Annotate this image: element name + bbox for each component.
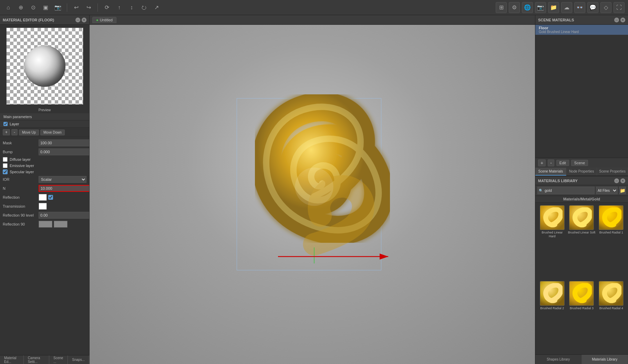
move-up-button[interactable]: Move Up	[19, 129, 39, 135]
scene-mat-header-btns: ─ ✕	[614, 18, 625, 22]
library-bottom-tabs: Shapes Library Materials Library	[535, 354, 628, 364]
viewport-tab[interactable]: ● Untitled	[92, 17, 116, 23]
add-layer-button[interactable]: +	[3, 129, 10, 135]
search-wrapper: 🔍	[537, 187, 595, 194]
emissive-row: Emissive layer	[0, 163, 89, 169]
mat-lib-minimize[interactable]: ─	[614, 178, 619, 183]
layer-checkbox[interactable]	[3, 122, 8, 126]
edit-button[interactable]: Edit	[556, 160, 569, 166]
target-icon[interactable]: ⊙	[28, 3, 38, 12]
layer-item: Layer	[0, 121, 89, 128]
scene-materials-tab[interactable]: Scene Materials	[535, 168, 566, 176]
refl90-color-button[interactable]	[39, 221, 52, 228]
diffuse-checkbox[interactable]	[3, 157, 8, 162]
transform-icon[interactable]: ⟳	[102, 3, 112, 12]
viewport-canvas[interactable]	[90, 25, 535, 364]
redo-icon[interactable]: ↪	[84, 3, 93, 12]
globe-icon[interactable]: 🌐	[522, 2, 533, 13]
filter-select[interactable]: All Files	[596, 187, 618, 194]
cloud-icon[interactable]: ☁	[561, 2, 572, 13]
mat-item-brushed-linear-hard[interactable]: Brushed Linear Hard	[538, 205, 566, 280]
mat-thumb-5	[569, 281, 594, 306]
folder-icon[interactable]: 📁	[548, 2, 559, 13]
mat-search-row: 🔍 All Files 📁	[535, 185, 628, 196]
bump-spinner: ▲ ▼	[39, 148, 89, 155]
panel-header-buttons: ─ ✕	[75, 18, 86, 22]
ior-select[interactable]: Scalar RGB	[39, 176, 86, 183]
mask-label: Mask	[3, 141, 37, 145]
select-icon[interactable]: ⊕	[16, 3, 25, 12]
preview-sphere	[24, 45, 65, 87]
bump-label: Bump	[3, 150, 37, 154]
refl90-color-button2[interactable]	[54, 221, 68, 228]
remove-scene-mat-button[interactable]: -	[548, 159, 554, 166]
specular-label: Specular layer	[10, 170, 34, 174]
reflection-color-button[interactable]	[39, 194, 47, 201]
materials-library-header: MATERIALS LIBRARY ─ ✕	[535, 176, 628, 185]
refl90-level-row: Reflection 90 level ▲ ▼	[0, 211, 89, 220]
mat-thumb-6	[599, 281, 624, 306]
transmission-color-button[interactable]	[39, 203, 47, 210]
display-icon[interactable]: ▣	[41, 3, 50, 12]
filter-button[interactable]: 📁	[619, 187, 626, 194]
reflection-checkbox[interactable]	[48, 195, 53, 200]
scene-tab[interactable]: Scene ...	[49, 355, 68, 364]
mat-thumb-4	[540, 281, 565, 306]
n-input[interactable]	[39, 185, 89, 192]
mat-name-2: Brushed Linear Soft	[568, 231, 596, 235]
material-editor-tab[interactable]: Material Ed...	[0, 355, 24, 364]
scene-material-floor[interactable]: Floor Gold Brushed Linear Hard	[535, 25, 628, 35]
remove-layer-button[interactable]: -	[11, 129, 18, 135]
mat-lib-close[interactable]: ✕	[620, 178, 625, 183]
mat-item-brushed-radial-2[interactable]: Brushed Radial 2	[538, 281, 566, 352]
vr-icon[interactable]: 👓	[574, 2, 585, 13]
settings-icon[interactable]: ⚙	[509, 2, 520, 13]
main-parameters-section: Main parameters	[0, 113, 89, 121]
move-down-button[interactable]: Move Down	[40, 129, 65, 135]
shapes-library-tab[interactable]: Shapes Library	[535, 355, 582, 364]
emissive-checkbox[interactable]	[3, 163, 8, 168]
minimize-button[interactable]: ─	[75, 18, 80, 22]
camera-icon[interactable]: 📷	[53, 3, 63, 12]
layout-icon[interactable]: ⊞	[496, 2, 507, 13]
rotate-icon[interactable]: ⭮	[139, 3, 149, 12]
bump-input[interactable]	[39, 148, 89, 155]
refl90-spinner: ▲ ▼	[39, 212, 89, 219]
mat-thumb-3	[599, 205, 624, 230]
scale-icon[interactable]: ↕	[127, 3, 136, 12]
mat-item-brushed-radial-3[interactable]: Brushed Radial 3	[568, 281, 596, 352]
mat-item-brushed-linear-soft[interactable]: Brushed Linear Soft	[568, 205, 596, 280]
properties-area: Mask ▲ ▼ Bump ▲ ▼	[0, 137, 89, 355]
snaps-tab[interactable]: Snaps...	[68, 355, 89, 364]
close-button[interactable]: ✕	[82, 18, 86, 22]
object-icon[interactable]: ◇	[600, 2, 611, 13]
refl90-input[interactable]	[39, 212, 89, 219]
diffuse-row: Diffuse layer	[0, 156, 89, 163]
search-input[interactable]	[537, 187, 595, 194]
scene-mat-minimize[interactable]: ─	[614, 18, 619, 22]
add-scene-mat-button[interactable]: +	[538, 159, 546, 166]
mat-thumb-inner-1	[540, 206, 564, 230]
expand-icon[interactable]: ⛶	[614, 2, 625, 13]
camera-settings-tab[interactable]: Camera Setti...	[24, 355, 49, 364]
chat-icon[interactable]: 💬	[587, 2, 598, 13]
scene-materials-section: Floor Gold Brushed Linear Hard + - Edit …	[535, 25, 628, 176]
render-icon[interactable]: 📷	[535, 2, 546, 13]
svg-point-0	[295, 167, 333, 206]
scene-mat-buttons: + - Edit Scene	[535, 158, 628, 168]
move-icon[interactable]: ↑	[114, 3, 124, 12]
mat-item-brushed-radial-4[interactable]: Brushed Radial 4	[597, 281, 625, 352]
undo-icon[interactable]: ↩	[71, 3, 81, 12]
specular-checkbox[interactable]	[3, 169, 8, 174]
mat-thumb-inner-3	[599, 206, 623, 230]
scene-button[interactable]: Scene	[571, 160, 588, 166]
mask-input[interactable]	[39, 139, 89, 146]
materials-library-tab[interactable]: Materials Library	[582, 355, 628, 364]
export-icon[interactable]: ↗	[152, 3, 161, 12]
scene-properties-tab[interactable]: Scene Properties	[597, 168, 628, 176]
scene-mat-name-floor: Floor	[539, 26, 625, 30]
mat-item-brushed-radial-1[interactable]: Brushed Radial 1	[597, 205, 625, 280]
scene-mat-close[interactable]: ✕	[620, 18, 625, 22]
node-properties-tab[interactable]: Node Properties	[566, 168, 597, 176]
home-icon[interactable]: ⌂	[3, 3, 13, 12]
